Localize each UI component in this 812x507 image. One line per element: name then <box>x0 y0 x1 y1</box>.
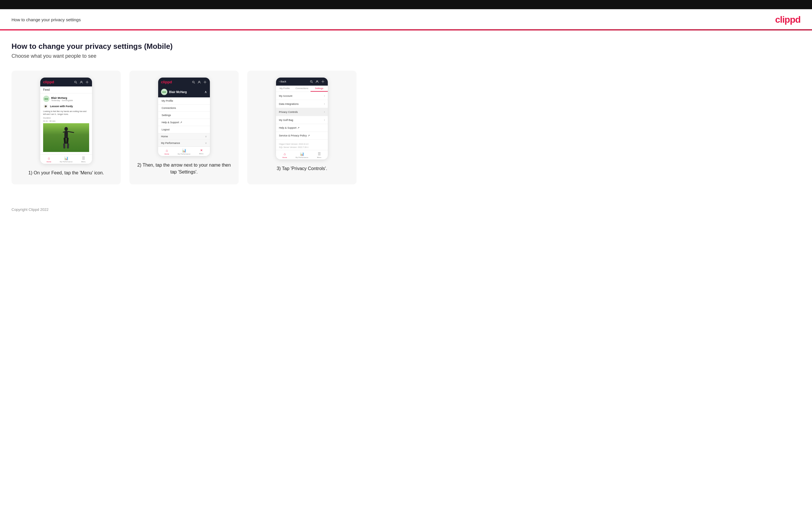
performance-icon-2: 📊 <box>182 149 186 153</box>
post-date: Yesterday · Sunningdale <box>51 99 73 101</box>
golf-image <box>43 123 89 152</box>
nav-home-3[interactable]: ⌂ Home <box>276 152 293 158</box>
top-bar <box>0 0 812 9</box>
settings-item-account[interactable]: My Account › <box>276 92 328 100</box>
menu-item-settings[interactable]: Settings <box>158 112 210 119</box>
header: How to change your privacy settings clip… <box>0 9 812 29</box>
phone-topbar-1: clippd <box>40 77 92 87</box>
phone-settings-topbar: ‹ Back <box>276 77 328 86</box>
menu-item-profile[interactable]: My Profile <box>158 97 210 105</box>
phone-bottomnav-3: ⌂ Home 📊 My Performance ☰ Menu <box>276 150 328 159</box>
nav-menu-label-2: Menu <box>199 153 203 155</box>
duration-value: 01 hr : 30 min <box>43 120 89 122</box>
chevron-up-icon[interactable]: ∧ <box>204 90 207 94</box>
nav-menu-3[interactable]: ☰ Menu <box>310 152 328 158</box>
nav-home[interactable]: ⌂ Home <box>40 156 57 163</box>
version-info: Clippd Client Version: 2022.8.3-3 SQL Se… <box>276 139 328 150</box>
settings-item-label: My Golf Bag <box>279 119 293 121</box>
nav-home-label-3: Home <box>283 157 287 158</box>
phone-logo-2: clippd <box>161 80 172 84</box>
nav-performance[interactable]: 📊 My Performance <box>57 156 75 163</box>
svg-rect-8 <box>63 137 66 144</box>
phone-mockup-2: clippd <box>158 77 210 156</box>
step-2-card: clippd <box>130 71 239 184</box>
step-3-caption: 3) Tap 'Privacy Controls'. <box>276 165 327 172</box>
performance-icon-3: 📊 <box>300 152 304 156</box>
settings-icon-2[interactable] <box>203 80 207 84</box>
chevron-right-icon-4: › <box>324 118 325 121</box>
settings-item-label: Help & Support ↗ <box>279 126 300 129</box>
post-avatar: BM <box>43 96 49 102</box>
settings-item-label: My Account <box>279 95 293 97</box>
section-label: My Performance <box>161 142 180 145</box>
search-icon-3[interactable] <box>309 79 313 83</box>
step-3-card: ‹ Back My Profile <box>247 71 357 184</box>
close-icon: ✕ <box>200 149 203 152</box>
tab-my-profile[interactable]: My Profile <box>276 86 293 92</box>
menu-item-logout[interactable]: Logout <box>158 126 210 133</box>
settings-item-help[interactable]: Help & Support ↗ <box>276 124 328 132</box>
settings-tabs: My Profile Connections Settings <box>276 86 328 92</box>
main-content: How to change your privacy settings (Mob… <box>0 31 812 202</box>
svg-line-17 <box>312 82 313 83</box>
phone-mockup-3: ‹ Back My Profile <box>276 77 328 159</box>
nav-performance-label-2: My Performance <box>178 153 190 155</box>
menu-item-help[interactable]: Help & Support ↗ <box>158 119 210 126</box>
nav-home-2[interactable]: ⌂ Home <box>158 149 175 155</box>
svg-rect-9 <box>66 137 69 144</box>
settings-item-service[interactable]: Service & Privacy Policy ↗ <box>276 132 328 139</box>
feed-tab[interactable]: Feed <box>40 87 92 93</box>
svg-point-15 <box>204 81 206 83</box>
settings-item-label: Data Integrations <box>279 103 299 105</box>
svg-point-12 <box>192 81 194 83</box>
step-1-caption: 1) On your Feed, tap the 'Menu' icon. <box>28 169 104 176</box>
step-2-caption: 2) Then, tap the arrow next to your name… <box>135 162 233 175</box>
chevron-right-icon-2: › <box>324 102 325 105</box>
menu-section-performance[interactable]: My Performance ∨ <box>158 140 210 147</box>
section-label: Home <box>161 135 168 138</box>
phone-icons-1 <box>73 80 89 84</box>
svg-point-16 <box>310 80 312 82</box>
settings-item-data[interactable]: Data Integrations › <box>276 100 328 108</box>
post-author: Blair McHarg <box>51 97 73 99</box>
home-icon-2: ⌂ <box>166 149 168 153</box>
svg-point-3 <box>87 81 88 83</box>
nav-performance-label: My Performance <box>60 161 72 163</box>
nav-home-label: Home <box>47 161 51 163</box>
phone-mockup-1: clippd Feed <box>40 77 92 164</box>
nav-menu-label-3: Menu <box>317 157 321 158</box>
profile-icon[interactable] <box>80 80 84 84</box>
settings-item-label: Service & Privacy Policy ↗ <box>279 134 310 137</box>
svg-rect-10 <box>63 143 65 148</box>
search-icon-2[interactable] <box>192 80 196 84</box>
profile-icon-3[interactable] <box>315 79 319 83</box>
settings-item-privacy[interactable]: Privacy Controls › <box>276 108 328 116</box>
duration-label: Duration <box>43 117 89 119</box>
step-1-card: clippd Feed <box>11 71 121 184</box>
menu-icon: ☰ <box>82 156 85 160</box>
menu-avatar: BM <box>161 89 167 95</box>
settings-icon[interactable] <box>85 80 89 84</box>
page-heading: How to change your privacy settings (Mob… <box>11 42 801 51</box>
phone-logo-1: clippd <box>43 80 54 84</box>
svg-point-19 <box>322 81 323 82</box>
svg-line-1 <box>76 82 77 83</box>
profile-icon-2[interactable] <box>197 80 201 84</box>
phone-topbar-2: clippd <box>158 77 210 87</box>
menu-section-home[interactable]: Home ∨ <box>158 133 210 140</box>
tab-connections[interactable]: Connections <box>293 86 310 92</box>
back-button[interactable]: ‹ Back <box>279 80 287 83</box>
nav-performance-3[interactable]: 📊 My Performance <box>293 152 310 158</box>
phone-bottomnav-1: ⌂ Home 📊 My Performance ☰ Menu <box>40 154 92 164</box>
menu-item-connections[interactable]: Connections <box>158 105 210 112</box>
tab-settings[interactable]: Settings <box>310 86 328 92</box>
phone-icons-3 <box>309 79 325 83</box>
settings-icon-3[interactable] <box>321 79 325 83</box>
nav-menu-2[interactable]: ✕ Menu <box>193 149 210 155</box>
svg-point-4 <box>64 127 68 131</box>
nav-performance-2[interactable]: 📊 My Performance <box>175 149 193 155</box>
svg-line-13 <box>194 82 195 83</box>
settings-item-golf-bag[interactable]: My Golf Bag › <box>276 116 328 124</box>
nav-menu[interactable]: ☰ Menu <box>75 156 92 163</box>
search-icon[interactable] <box>73 80 78 84</box>
